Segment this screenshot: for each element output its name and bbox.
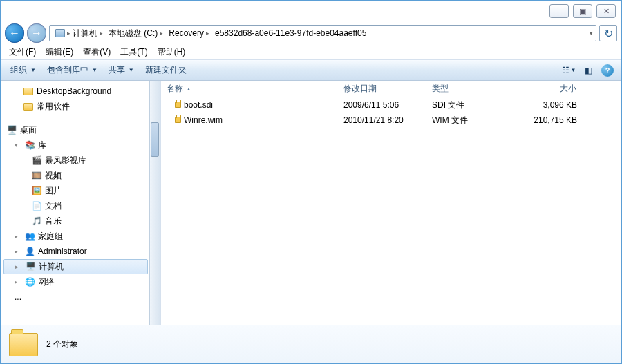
navigation-row: ← → ▸ 计算机 ▸ 本地磁盘 (C:) ▸ Recovery ▸ e5832… — [1, 21, 621, 45]
tree-label: 网络 — [38, 276, 55, 288]
computer-icon — [55, 29, 65, 37]
view-options-button[interactable]: ☷▼ — [560, 63, 577, 78]
breadcrumb-drive[interactable]: 本地磁盘 (C:) ▸ — [106, 28, 166, 39]
lock-icon — [175, 117, 181, 123]
column-date[interactable]: 修改日期 — [338, 81, 426, 97]
menu-file[interactable]: 文件(F) — [5, 45, 40, 59]
scrollbar[interactable] — [149, 81, 160, 325]
new-folder-button[interactable]: 新建文件夹 — [141, 62, 191, 78]
refresh-button[interactable]: ↻ — [599, 25, 617, 41]
file-row[interactable]: Winre.wim 2010/11/21 8:20 WIM 文件 210,715… — [161, 113, 621, 128]
tree-label: 暴风影视库 — [45, 155, 86, 166]
file-size-cell: 210,715 KB — [507, 115, 583, 125]
ellipsis-label: ... — [15, 292, 21, 302]
navigation-pane: DesktopBackground 常用软件 🖥️桌面 ▾📚库 🎬暴风影视库 🎞… — [1, 81, 161, 325]
file-size-cell: 3,096 KB — [507, 100, 583, 110]
body: DesktopBackground 常用软件 🖥️桌面 ▾📚库 🎬暴风影视库 🎞… — [1, 81, 621, 325]
status-text: 2 个对象 — [46, 338, 78, 350]
forward-arrow-icon: → — [31, 27, 42, 39]
address-bar[interactable]: ▸ 计算机 ▸ 本地磁盘 (C:) ▸ Recovery ▸ e5832d68-… — [49, 25, 596, 41]
user-icon: 👤 — [24, 246, 35, 257]
tree-item-homegroup[interactable]: ▸👥家庭组 — [3, 229, 148, 244]
organize-label: 组织 — [10, 64, 27, 76]
organize-button[interactable]: 组织▼ — [6, 62, 40, 78]
breadcrumb-label: Recovery — [169, 28, 204, 38]
menu-tools[interactable]: 工具(T) — [116, 45, 151, 59]
maximize-button[interactable]: ▣ — [573, 4, 592, 18]
tree-item-pictures[interactable]: 🖼️图片 — [3, 183, 148, 198]
tree-item-network[interactable]: ▸🌐网络 — [3, 274, 148, 289]
tree-item-documents[interactable]: 📄文档 — [3, 198, 148, 213]
back-arrow-icon: ← — [9, 27, 20, 39]
include-in-library-button[interactable]: 包含到库中▼ — [43, 62, 102, 78]
breadcrumb-label: e5832d68-a0e6-11e3-97fd-ebe04aaeff05 — [215, 28, 366, 38]
dropdown-icon[interactable]: ▾ — [590, 30, 593, 37]
tree-label: 库 — [38, 140, 46, 151]
breadcrumb-label: 计算机 — [73, 28, 97, 39]
menu-edit[interactable]: 编辑(E) — [41, 45, 77, 59]
tree-ellipsis: ... — [3, 289, 148, 305]
tree-label: 文档 — [45, 200, 62, 212]
tree-label: 音乐 — [45, 215, 62, 227]
chevron-down-icon: ▼ — [30, 67, 36, 73]
chevron-right-icon: ▸ — [206, 30, 209, 37]
file-type-cell: SDI 文件 — [426, 99, 507, 111]
chevron-down-icon: ▼ — [92, 67, 97, 73]
file-type-cell: WIM 文件 — [426, 115, 507, 126]
file-list-pane: 名称 修改日期 类型 大小 boot.sdi 2009/6/11 5:06 SD… — [161, 81, 621, 325]
chevron-right-icon: ▸ — [100, 30, 103, 37]
expand-icon[interactable]: ▸ — [15, 263, 22, 270]
share-button[interactable]: 共享▼ — [104, 62, 138, 78]
expand-icon[interactable]: ▸ — [15, 278, 21, 285]
help-button[interactable]: ? — [599, 63, 616, 78]
close-button[interactable]: ✕ — [596, 4, 616, 18]
tree-label: 桌面 — [20, 124, 37, 136]
lock-icon — [175, 102, 181, 108]
expand-icon[interactable]: ▸ — [15, 233, 21, 240]
toolbar: 组织▼ 包含到库中▼ 共享▼ 新建文件夹 ☷▼ ◧ ? — [1, 60, 621, 81]
file-list[interactable]: boot.sdi 2009/6/11 5:06 SDI 文件 3,096 KB … — [161, 97, 621, 325]
back-button[interactable]: ← — [5, 23, 24, 43]
forward-button[interactable]: → — [27, 23, 46, 43]
minimize-button[interactable]: — — [549, 4, 569, 18]
column-size[interactable]: 大小 — [507, 81, 583, 97]
menu-help[interactable]: 帮助(H) — [153, 45, 190, 59]
tree-item-video-library[interactable]: 🎬暴风影视库 — [3, 153, 148, 168]
tree-label: Administrator — [38, 247, 87, 256]
menu-bar: 文件(F) 编辑(E) 查看(V) 工具(T) 帮助(H) — [1, 45, 621, 60]
tree-item-desktop[interactable]: 🖥️桌面 — [3, 122, 148, 137]
breadcrumb-guid[interactable]: e5832d68-a0e6-11e3-97fd-ebe04aaeff05 — [212, 28, 369, 38]
titlebar: — ▣ ✕ — [1, 1, 621, 21]
tree-item-administrator[interactable]: ▸👤Administrator — [3, 244, 148, 259]
desktop-icon: 🖥️ — [6, 124, 17, 135]
scrollbar-thumb[interactable] — [151, 122, 159, 157]
tree-item-desktopbackground[interactable]: DesktopBackground — [3, 84, 148, 99]
explorer-window: — ▣ ✕ ← → ▸ 计算机 ▸ 本地磁盘 (C:) ▸ Recovery ▸… — [0, 0, 622, 364]
file-date-cell: 2010/11/21 8:20 — [338, 115, 426, 125]
computer-icon: 🖥️ — [25, 261, 36, 272]
column-name[interactable]: 名称 — [161, 81, 338, 97]
column-type[interactable]: 类型 — [426, 81, 507, 97]
expand-icon[interactable]: ▾ — [15, 142, 21, 149]
tree-item-videos[interactable]: 🎞️视频 — [3, 168, 148, 183]
tree-item-common-software[interactable]: 常用软件 — [3, 99, 148, 114]
tree-label: 图片 — [45, 185, 62, 197]
preview-pane-button[interactable]: ◧ — [580, 63, 596, 78]
tree-item-libraries[interactable]: ▾📚库 — [3, 137, 148, 153]
tree-label: 常用软件 — [37, 101, 70, 113]
breadcrumb-recovery[interactable]: Recovery ▸ — [166, 28, 212, 38]
column-headers: 名称 修改日期 类型 大小 — [161, 81, 621, 97]
chevron-right-icon: ▸ — [160, 30, 163, 37]
tree-label: 视频 — [45, 170, 62, 182]
expand-icon[interactable]: ▸ — [15, 248, 21, 255]
video-library-icon: 🎬 — [31, 155, 42, 166]
tree-item-music[interactable]: 🎵音乐 — [3, 213, 148, 229]
file-row[interactable]: boot.sdi 2009/6/11 5:06 SDI 文件 3,096 KB — [161, 97, 621, 113]
network-icon: 🌐 — [24, 276, 35, 287]
breadcrumb-computer[interactable]: ▸ 计算机 ▸ — [53, 28, 106, 39]
breadcrumb-label: 本地磁盘 (C:) — [109, 28, 158, 39]
newfolder-label: 新建文件夹 — [145, 64, 187, 76]
tree-item-computer[interactable]: ▸🖥️计算机 — [3, 259, 148, 274]
folder-icon — [23, 101, 34, 112]
menu-view[interactable]: 查看(V) — [79, 45, 115, 59]
